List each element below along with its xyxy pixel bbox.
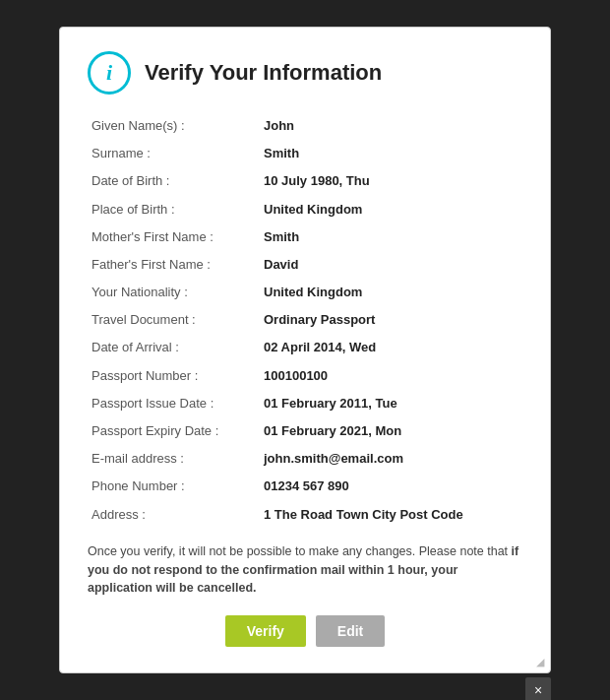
field-value: 10 July 1980, Thu [260,167,522,195]
field-value: United Kingdom [260,196,522,223]
field-label: E-mail address : [88,445,260,473]
field-label: Travel Document : [88,306,260,334]
field-label: Surname : [88,140,260,167]
close-button[interactable]: × [525,677,551,700]
table-row: Your Nationality :United Kingdom [88,279,522,306]
field-label: Given Name(s) : [88,112,260,140]
field-value: 100100100 [260,362,522,390]
table-row: Passport Issue Date :01 February 2011, T… [88,390,522,417]
table-row: Date of Arrival :02 April 2014, Wed [88,334,522,361]
field-label: Date of Arrival : [88,334,260,361]
table-row: Passport Expiry Date :01 February 2021, … [88,417,522,445]
table-row: Phone Number :01234 567 890 [88,473,522,500]
table-row: Given Name(s) :John [88,112,522,140]
field-label: Father's First Name : [88,251,260,279]
table-row: Place of Birth :United Kingdom [88,196,522,223]
field-label: Passport Issue Date : [88,390,260,417]
field-value: Ordinary Passport [260,306,522,334]
resize-handle: ◢ [536,656,544,668]
field-value: 01 February 2011, Tue [260,390,522,417]
table-row: Surname :Smith [88,140,522,167]
field-label: Passport Expiry Date : [88,417,260,445]
table-row: E-mail address :john.smith@email.com [88,445,522,473]
info-icon-letter: i [106,62,112,84]
field-label: Address : [88,501,260,529]
field-label: Date of Birth : [88,167,260,195]
field-value: 01 February 2021, Mon [260,417,522,445]
field-value: John [260,112,522,140]
table-row: Date of Birth :10 July 1980, Thu [88,167,522,195]
modal-title: Verify Your Information [145,60,382,86]
edit-button[interactable]: Edit [316,615,385,647]
info-icon: i [88,51,131,95]
modal-header: i Verify Your Information [88,51,522,95]
field-value: David [260,251,522,279]
table-row: Mother's First Name :Smith [88,223,522,251]
field-label: Phone Number : [88,473,260,500]
info-table: Given Name(s) :JohnSurname :SmithDate of… [88,112,522,529]
field-label: Passport Number : [88,362,260,390]
field-value: 1 The Road Town City Post Code [260,501,522,529]
table-row: Travel Document :Ordinary Passport [88,306,522,334]
button-row: Verify Edit [88,615,522,647]
field-value: Smith [260,223,522,251]
field-value: 02 April 2014, Wed [260,334,522,361]
field-value: United Kingdom [260,279,522,306]
table-row: Address :1 The Road Town City Post Code [88,501,522,529]
field-label: Place of Birth : [88,196,260,223]
field-value: 01234 567 890 [260,473,522,500]
field-value: Smith [260,140,522,167]
field-value: john.smith@email.com [260,445,522,473]
verify-modal: i Verify Your Information Given Name(s) … [59,27,551,673]
field-label: Mother's First Name : [88,223,260,251]
notice-text: Once you verify, it will not be possible… [88,542,522,598]
table-row: Father's First Name :David [88,251,522,279]
verify-button[interactable]: Verify [225,615,306,647]
field-label: Your Nationality : [88,279,260,306]
table-row: Passport Number :100100100 [88,362,522,390]
